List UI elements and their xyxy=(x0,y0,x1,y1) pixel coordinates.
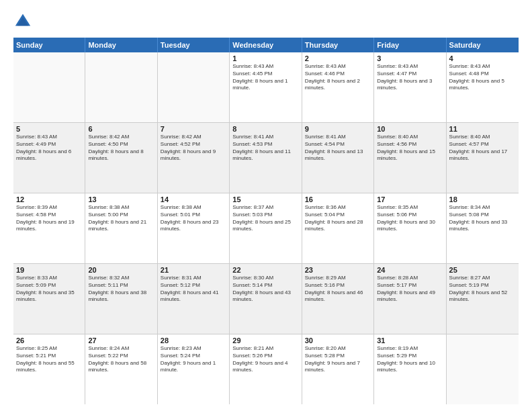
day-number: 18 xyxy=(449,195,516,203)
cal-day-19: 19Sunrise: 8:33 AMSunset: 5:09 PMDayligh… xyxy=(13,264,85,334)
cell-info: Sunrise: 8:32 AMSunset: 5:11 PMDaylight:… xyxy=(88,275,154,304)
calendar: SundayMondayTuesdayWednesdayThursdayFrid… xyxy=(13,38,519,404)
header-day-tuesday: Tuesday xyxy=(158,38,230,52)
cell-info: Sunrise: 8:39 AMSunset: 4:58 PMDaylight:… xyxy=(16,204,82,233)
day-number: 15 xyxy=(232,195,298,203)
cell-info: Sunrise: 8:42 AMSunset: 4:52 PMDaylight:… xyxy=(161,134,226,163)
day-number: 5 xyxy=(16,125,82,133)
cell-info: Sunrise: 8:43 AMSunset: 4:47 PMDaylight:… xyxy=(377,63,443,92)
day-number: 8 xyxy=(232,125,298,133)
cal-day-25: 25Sunrise: 8:27 AMSunset: 5:19 PMDayligh… xyxy=(447,264,519,334)
logo-icon xyxy=(13,12,32,31)
day-number: 19 xyxy=(16,266,82,274)
day-number: 4 xyxy=(449,54,516,62)
cal-day-26: 26Sunrise: 8:25 AMSunset: 5:21 PMDayligh… xyxy=(13,334,85,404)
cal-day-15: 15Sunrise: 8:37 AMSunset: 5:03 PMDayligh… xyxy=(230,193,302,263)
cal-day-7: 7Sunrise: 8:42 AMSunset: 4:52 PMDaylight… xyxy=(158,123,230,193)
day-number: 3 xyxy=(377,54,443,62)
day-number: 31 xyxy=(377,336,443,345)
header-day-friday: Friday xyxy=(374,38,446,52)
cell-info: Sunrise: 8:43 AMSunset: 4:45 PMDaylight:… xyxy=(232,63,298,92)
day-number: 7 xyxy=(161,125,226,133)
cal-empty-0-0 xyxy=(13,52,85,122)
cal-day-2: 2Sunrise: 8:43 AMSunset: 4:46 PMDaylight… xyxy=(302,52,374,122)
day-number: 28 xyxy=(161,336,226,345)
day-number: 27 xyxy=(88,336,154,345)
cell-info: Sunrise: 8:30 AMSunset: 5:14 PMDaylight:… xyxy=(232,275,298,304)
header xyxy=(13,12,519,31)
cal-day-12: 12Sunrise: 8:39 AMSunset: 4:58 PMDayligh… xyxy=(13,193,85,263)
day-number: 10 xyxy=(377,125,443,133)
cal-day-31: 31Sunrise: 8:19 AMSunset: 5:29 PMDayligh… xyxy=(374,334,446,404)
cal-day-6: 6Sunrise: 8:42 AMSunset: 4:50 PMDaylight… xyxy=(85,123,157,193)
cal-empty-0-1 xyxy=(85,52,157,122)
day-number: 17 xyxy=(377,195,443,203)
cell-info: Sunrise: 8:43 AMSunset: 4:48 PMDaylight:… xyxy=(449,63,516,92)
cal-day-20: 20Sunrise: 8:32 AMSunset: 5:11 PMDayligh… xyxy=(85,264,157,334)
cell-info: Sunrise: 8:34 AMSunset: 5:08 PMDaylight:… xyxy=(449,204,516,233)
cell-info: Sunrise: 8:41 AMSunset: 4:53 PMDaylight:… xyxy=(232,134,298,163)
day-number: 11 xyxy=(449,125,516,133)
cell-info: Sunrise: 8:20 AMSunset: 5:28 PMDaylight:… xyxy=(305,345,371,374)
calendar-header: SundayMondayTuesdayWednesdayThursdayFrid… xyxy=(13,38,519,52)
cal-day-8: 8Sunrise: 8:41 AMSunset: 4:53 PMDaylight… xyxy=(230,123,302,193)
cell-info: Sunrise: 8:21 AMSunset: 5:26 PMDaylight:… xyxy=(232,345,298,374)
cal-day-30: 30Sunrise: 8:20 AMSunset: 5:28 PMDayligh… xyxy=(302,334,374,404)
cal-day-28: 28Sunrise: 8:23 AMSunset: 5:24 PMDayligh… xyxy=(158,334,230,404)
cal-day-27: 27Sunrise: 8:24 AMSunset: 5:22 PMDayligh… xyxy=(85,334,157,404)
cell-info: Sunrise: 8:41 AMSunset: 4:54 PMDaylight:… xyxy=(305,134,371,163)
cal-day-9: 9Sunrise: 8:41 AMSunset: 4:54 PMDaylight… xyxy=(302,123,374,193)
cal-empty-4-6 xyxy=(447,334,519,404)
cell-info: Sunrise: 8:43 AMSunset: 4:46 PMDaylight:… xyxy=(305,63,371,92)
cal-day-17: 17Sunrise: 8:35 AMSunset: 5:06 PMDayligh… xyxy=(374,193,446,263)
day-number: 12 xyxy=(16,195,82,203)
day-number: 14 xyxy=(161,195,226,203)
cell-info: Sunrise: 8:40 AMSunset: 4:57 PMDaylight:… xyxy=(449,134,516,163)
cell-info: Sunrise: 8:25 AMSunset: 5:21 PMDaylight:… xyxy=(16,345,82,374)
day-number: 16 xyxy=(305,195,371,203)
calendar-row-2: 5Sunrise: 8:43 AMSunset: 4:49 PMDaylight… xyxy=(13,123,519,193)
cal-day-1: 1Sunrise: 8:43 AMSunset: 4:45 PMDaylight… xyxy=(230,52,302,122)
cell-info: Sunrise: 8:43 AMSunset: 4:49 PMDaylight:… xyxy=(16,134,82,163)
cal-day-24: 24Sunrise: 8:28 AMSunset: 5:17 PMDayligh… xyxy=(374,264,446,334)
day-number: 26 xyxy=(16,336,82,345)
day-number: 25 xyxy=(449,266,516,274)
page: SundayMondayTuesdayWednesdayThursdayFrid… xyxy=(0,0,532,411)
logo xyxy=(13,12,35,31)
day-number: 24 xyxy=(377,266,443,274)
header-day-monday: Monday xyxy=(85,38,157,52)
cal-empty-0-2 xyxy=(158,52,230,122)
cal-day-22: 22Sunrise: 8:30 AMSunset: 5:14 PMDayligh… xyxy=(230,264,302,334)
cal-day-29: 29Sunrise: 8:21 AMSunset: 5:26 PMDayligh… xyxy=(230,334,302,404)
cell-info: Sunrise: 8:31 AMSunset: 5:12 PMDaylight:… xyxy=(161,275,226,304)
cell-info: Sunrise: 8:37 AMSunset: 5:03 PMDaylight:… xyxy=(232,204,298,233)
cell-info: Sunrise: 8:38 AMSunset: 5:00 PMDaylight:… xyxy=(88,204,154,233)
cell-info: Sunrise: 8:24 AMSunset: 5:22 PMDaylight:… xyxy=(88,345,154,374)
cell-info: Sunrise: 8:38 AMSunset: 5:01 PMDaylight:… xyxy=(161,204,226,233)
calendar-row-4: 19Sunrise: 8:33 AMSunset: 5:09 PMDayligh… xyxy=(13,264,519,334)
calendar-row-5: 26Sunrise: 8:25 AMSunset: 5:21 PMDayligh… xyxy=(13,334,519,404)
cal-day-21: 21Sunrise: 8:31 AMSunset: 5:12 PMDayligh… xyxy=(158,264,230,334)
cal-day-5: 5Sunrise: 8:43 AMSunset: 4:49 PMDaylight… xyxy=(13,123,85,193)
day-number: 13 xyxy=(88,195,154,203)
day-number: 23 xyxy=(305,266,371,274)
cal-day-16: 16Sunrise: 8:36 AMSunset: 5:04 PMDayligh… xyxy=(302,193,374,263)
header-day-sunday: Sunday xyxy=(13,38,85,52)
cell-info: Sunrise: 8:42 AMSunset: 4:50 PMDaylight:… xyxy=(88,134,154,163)
day-number: 20 xyxy=(88,266,154,274)
cal-day-11: 11Sunrise: 8:40 AMSunset: 4:57 PMDayligh… xyxy=(447,123,519,193)
cal-day-4: 4Sunrise: 8:43 AMSunset: 4:48 PMDaylight… xyxy=(447,52,519,122)
cell-info: Sunrise: 8:23 AMSunset: 5:24 PMDaylight:… xyxy=(161,345,226,374)
day-number: 30 xyxy=(305,336,371,345)
day-number: 9 xyxy=(305,125,371,133)
day-number: 1 xyxy=(232,54,298,62)
calendar-body: 1Sunrise: 8:43 AMSunset: 4:45 PMDaylight… xyxy=(13,52,519,404)
cal-day-3: 3Sunrise: 8:43 AMSunset: 4:47 PMDaylight… xyxy=(374,52,446,122)
day-number: 21 xyxy=(161,266,226,274)
day-number: 29 xyxy=(232,336,298,345)
cell-info: Sunrise: 8:36 AMSunset: 5:04 PMDaylight:… xyxy=(305,204,371,233)
cell-info: Sunrise: 8:40 AMSunset: 4:56 PMDaylight:… xyxy=(377,134,443,163)
cal-day-14: 14Sunrise: 8:38 AMSunset: 5:01 PMDayligh… xyxy=(158,193,230,263)
cell-info: Sunrise: 8:33 AMSunset: 5:09 PMDaylight:… xyxy=(16,275,82,304)
day-number: 2 xyxy=(305,54,371,62)
